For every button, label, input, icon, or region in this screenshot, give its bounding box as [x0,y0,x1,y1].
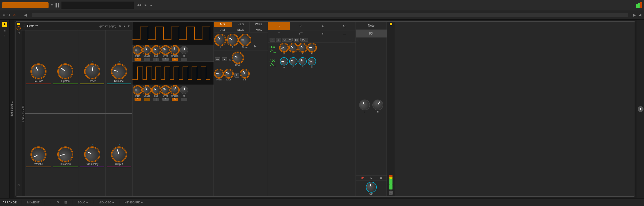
release-knob[interactable] [111,63,127,80]
menu-icon[interactable]: ≡ [51,3,53,7]
settings-icon[interactable]: ⚙ [119,24,121,28]
osc2-shape-value[interactable]: | [144,98,150,101]
nav-left-icon[interactable]: ◀ [24,13,27,17]
lighten-knob[interactable] [55,61,76,81]
folder-icon[interactable]: ⊟ [18,31,20,35]
sirendelay-arrow[interactable]: → [89,143,96,146]
fx-button[interactable]: FX [356,30,387,38]
routing-icon[interactable]: ⋮ [3,34,6,38]
aeg-a-knob[interactable] [279,56,289,66]
lfo-eg-btn[interactable]: EG / [300,38,308,42]
onset-arrow[interactable]: → [89,60,96,63]
ring-mod-button[interactable]: ▶ ↔ [253,43,263,48]
osc2-link-knob[interactable] [179,85,189,95]
lfo-arrows-btn[interactable]: ↔ [270,38,275,42]
osc2-pitch-knob[interactable] [133,86,142,94]
whistle-knob[interactable] [29,145,48,164]
stop-icon[interactable]: ◼ [380,177,382,179]
osc1-shape-knob[interactable] [141,44,153,56]
arrange-label[interactable]: ARRANGE [3,201,17,204]
glide-mode-button[interactable]: L [234,73,239,78]
osc1-unison-value[interactable]: 1v [172,58,178,61]
osc2-unison-knob[interactable] [170,85,179,95]
drive-knob[interactable] [230,50,245,65]
osc1-shape-value[interactable]: | [144,58,150,61]
pan-l-knob[interactable] [357,97,372,112]
max-button[interactable]: MAX [250,27,268,32]
aeg-d-knob[interactable] [288,56,299,67]
arrows-icon[interactable]: ↔ [17,192,20,195]
add-instrument-button[interactable]: + [638,106,643,112]
osc2-link-value[interactable]: | [181,98,187,101]
osc1-sync-value[interactable]: R [162,58,169,61]
distortion-knob[interactable] [57,146,74,163]
osc2-sub-value[interactable]: | [153,98,159,101]
whistle-arrow[interactable]: → [35,143,42,146]
release-arrow[interactable]: → [115,60,123,63]
lfo-tri-btn[interactable]: △ [276,38,281,42]
mix-button[interactable]: MIX [214,22,232,27]
osc1-sync-knob[interactable] [160,44,171,56]
out-knob[interactable] [364,180,378,194]
wave-btn-tri[interactable]: ∧ [312,22,334,30]
env-button[interactable]: ▼ [222,57,227,61]
osc1-mix-knob[interactable] [213,32,227,47]
wave-btn-tri2[interactable]: ∧↑ [334,22,356,30]
grid-icon[interactable]: ▤ [64,201,67,204]
pitch-knob[interactable] [215,70,223,78]
distortion-arrow[interactable]: → [62,143,69,146]
onset-knob[interactable] [84,63,100,80]
feg-a-knob[interactable] [279,43,289,52]
keyboard-label[interactable]: KEYBOARD ● [124,201,143,204]
pan-r-knob[interactable] [371,97,385,112]
sign-button[interactable]: SIGN [232,27,250,32]
collapse-icon[interactable]: ⊟ [3,29,6,32]
sirendelay-knob[interactable] [82,145,102,164]
lighten-arrow[interactable]: → [62,60,69,63]
midi-osc-label[interactable]: MIDI/OSC ● [98,201,114,204]
mix-edit-label[interactable]: MIX/EDIT [27,201,40,204]
play-icon[interactable]: ▶ [371,177,373,179]
am-button[interactable]: AM [214,27,232,32]
gear-icon[interactable]: ⚙ [57,201,59,204]
osc1-unison-knob[interactable] [171,46,179,54]
scroll-bar[interactable] [32,13,628,17]
arrow-icon[interactable]: ↔ [3,193,6,196]
wave-btn-flat[interactable]: — [334,30,356,37]
nav-right2-icon[interactable]: ◀ [639,13,641,17]
wave-btn-sine[interactable]: ∨ [312,30,334,37]
square-icon[interactable]: □ [18,184,20,187]
list-icon[interactable]: ≡ [3,13,5,17]
osc2-sub-knob[interactable] [151,84,162,96]
osc1-link-knob[interactable] [179,45,189,55]
dash-button[interactable]: — [215,57,220,61]
osc2-pitch-value[interactable]: 8' [135,98,141,101]
output-arrow[interactable]: → [115,143,123,146]
wave-btn-decay[interactable]: ¬ [268,22,290,30]
nav-down-icon[interactable]: ▼ [127,24,130,28]
feg-s-knob[interactable] [297,42,308,53]
osc2-shape-knob[interactable] [141,84,153,96]
power-button[interactable]: ⏻ [17,26,21,30]
neg-button[interactable]: NEG [232,22,250,27]
osc2-unison-value[interactable]: 2v [172,98,178,101]
nav-right-icon[interactable]: ▶ [633,13,636,17]
feg-d-knob[interactable] [288,42,299,53]
lopass-arrow[interactable]: → [35,60,42,63]
aeg-s-knob[interactable] [297,55,308,67]
feg-r-knob[interactable] [307,43,317,52]
aeg-r-knob[interactable] [307,56,317,66]
osc2-mix-knob[interactable] [225,32,240,47]
lfo-off-btn[interactable]: OFF ▼ [282,38,293,42]
osc1-pitch-knob[interactable] [133,46,142,54]
nav-up-icon[interactable]: ▲ [123,24,126,28]
noise-mix-knob[interactable] [240,35,250,45]
close-icon[interactable]: ✕ [13,13,16,17]
add-track-button[interactable]: + [2,22,7,27]
osc1-link-value[interactable]: | [181,58,187,61]
wave-btn-decay2[interactable]: ¬↑ [290,22,312,30]
solo-label[interactable]: SOLO ● [77,201,88,204]
lopass-knob[interactable] [29,62,48,81]
lfo-beats-btn[interactable]: |||| [294,38,299,42]
glide-knob[interactable] [223,68,234,79]
